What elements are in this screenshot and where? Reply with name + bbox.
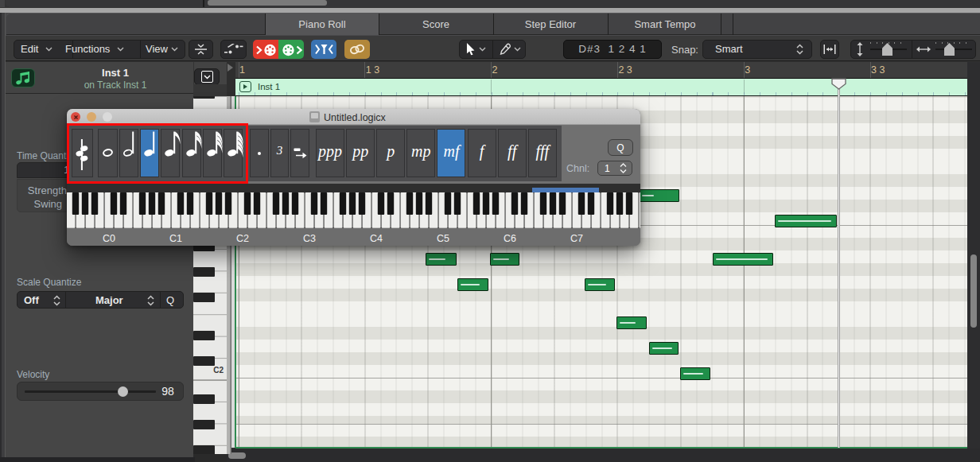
svg-text:C2: C2: [213, 366, 224, 375]
